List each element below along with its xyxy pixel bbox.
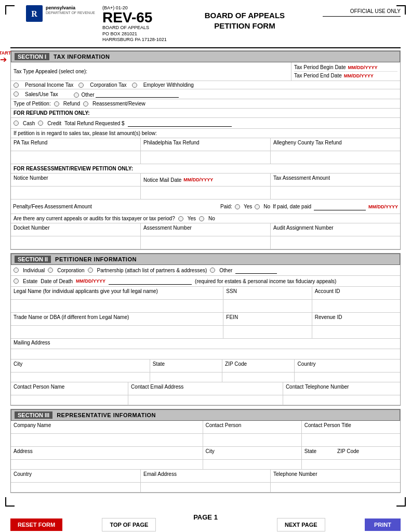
radio-appeals-yes[interactable] — [178, 216, 183, 221]
radio-paid-yes[interactable] — [235, 204, 240, 209]
docket-row-labels: Docket Number Assessment Number Audit As… — [11, 223, 400, 236]
radio-other2[interactable] — [210, 268, 215, 273]
pa-tax-value[interactable] — [11, 151, 141, 164]
contact-phone-val[interactable] — [283, 395, 400, 405]
form-title: BOARD OF APPEALS PETITION FORM — [167, 5, 323, 31]
total-refund-label: Total Refund Requested $ — [64, 121, 125, 126]
s3-contact-person-val[interactable] — [203, 434, 302, 446]
reassessment-label: FOR REASSESSMENT/REVIEW PETITION ONLY: — [14, 166, 133, 171]
other-label: Other — [74, 90, 179, 98]
audit-label: Audit Assignment Number — [271, 223, 400, 236]
print-button[interactable]: PRINT — [365, 518, 401, 531]
city-label: City — [14, 361, 22, 367]
country-val[interactable] — [295, 373, 400, 382]
fein-label: FEIN — [226, 314, 238, 320]
radio-estate[interactable] — [14, 278, 19, 284]
cash-option: Cash — [23, 121, 35, 126]
city-val[interactable] — [11, 373, 150, 382]
country-label: Country — [297, 361, 315, 367]
logo-area: R pennsylvania DEPARTMENT OF REVENUE — [26, 5, 95, 22]
corporation-tax: Corporation Tax — [90, 82, 126, 88]
legal-name-values — [11, 300, 400, 313]
reset-button[interactable]: RESET FORM — [10, 518, 62, 531]
zip-val[interactable] — [222, 373, 295, 382]
contact-person-val[interactable] — [11, 395, 128, 405]
radio-corporation[interactable] — [78, 83, 84, 88]
docket-row-values — [11, 236, 400, 249]
section-3-number: SECTION III — [15, 411, 52, 419]
fein-val[interactable] — [223, 326, 312, 338]
phila-tax-value[interactable] — [141, 151, 271, 164]
allegheny-value[interactable] — [271, 151, 400, 164]
legal-name-val[interactable] — [11, 300, 223, 312]
assessment-val[interactable] — [141, 236, 271, 249]
radio-partnership[interactable] — [88, 268, 93, 273]
ssn-val[interactable] — [223, 300, 312, 312]
form-id-block: (BA+) 01-20 REV-65 BOARD OF APPEALS PO B… — [102, 5, 167, 43]
next-page-button[interactable]: NEXT PAGE — [277, 518, 325, 531]
tax-period-begin-label: Tax Period Begin Date — [294, 64, 346, 70]
radio-appeals-no[interactable] — [199, 216, 204, 221]
radio-other[interactable] — [74, 92, 79, 98]
section-1-outer: SECTION I TAX INFORMATION Tax Type Appea… — [10, 50, 401, 250]
refund-option: Refund — [63, 101, 80, 107]
if-paid-date-field[interactable] — [314, 203, 366, 210]
total-refund-field[interactable] — [128, 119, 232, 127]
account-id-val[interactable] — [312, 300, 400, 312]
s3-address-val[interactable] — [11, 460, 203, 469]
tax-period-end-format: MM/DD/YYYY — [344, 73, 374, 78]
other2-label: Other — [219, 268, 232, 273]
company-name-val[interactable] — [11, 434, 203, 446]
phila-tax-refund-col: Philadelphia Tax Refund — [141, 138, 271, 151]
s3-city-cell: City — [203, 447, 302, 459]
radio-corp[interactable] — [48, 268, 53, 273]
current-appeals-label: Are there any current appeals or audits … — [14, 216, 175, 221]
section-1-title: TAX INFORMATION — [54, 54, 110, 60]
state-val[interactable] — [150, 373, 222, 382]
mailing-address-value[interactable] — [11, 349, 400, 360]
company-row: Company Name Contact Person Contact Pers… — [11, 421, 400, 434]
radio-paid-no[interactable] — [255, 204, 260, 209]
other-field[interactable] — [96, 90, 179, 98]
section-1-content: Tax Type Appealed (select one): Tax Peri… — [11, 62, 400, 249]
date-of-death-field[interactable] — [109, 277, 192, 285]
s3-city-val[interactable] — [203, 460, 302, 469]
city-row: City State ZIP Code Country — [11, 360, 400, 373]
tax-period-begin-format: MM/DD/YYYY — [348, 65, 378, 70]
notice-mail-val[interactable] — [141, 187, 271, 199]
radio-cash[interactable] — [14, 121, 19, 126]
section-2-content: Individual Corporation Partnership (atta… — [11, 265, 400, 405]
notice-number-label: Notice Number — [14, 175, 48, 181]
docket-val[interactable] — [11, 236, 141, 249]
other2-field[interactable] — [235, 267, 277, 274]
paid-no: No — [263, 204, 270, 209]
audit-val[interactable] — [271, 236, 400, 249]
svg-text:R: R — [31, 9, 37, 18]
s3-email-val[interactable] — [141, 483, 271, 492]
contact-email-val[interactable] — [128, 395, 283, 405]
radio-employer[interactable] — [132, 83, 137, 88]
revenue-id-val[interactable] — [312, 326, 400, 338]
radio-sales[interactable] — [14, 91, 19, 97]
s3-state-zip-val[interactable] — [302, 460, 400, 469]
tax-assessment-val[interactable] — [271, 187, 400, 199]
trade-name-val[interactable] — [11, 326, 223, 338]
radio-refund[interactable] — [54, 101, 59, 107]
notice-number-val[interactable] — [11, 187, 141, 199]
form-name1: BOARD OF APPEALS — [102, 25, 149, 30]
notice-mail-date-cell: Notice Mail Date MM/DD/YYYY — [141, 174, 271, 186]
header-divider — [10, 47, 401, 48]
logo-text: pennsylvania DEPARTMENT OF REVENUE — [46, 5, 95, 15]
radio-personal[interactable] — [14, 83, 19, 88]
contact-person-cell: Contact Person Name — [11, 382, 128, 395]
s3-contact-title-val[interactable] — [302, 434, 400, 446]
top-of-page-button[interactable]: TOP OF PAGE — [102, 518, 156, 531]
estate-row: Estate Date of Death MM/DD/YYYY (require… — [11, 276, 400, 287]
radio-reassessment[interactable] — [83, 101, 88, 107]
radio-individual[interactable] — [14, 268, 19, 273]
contact-email-label: Contact Email Address — [131, 384, 183, 390]
radio-credit[interactable] — [38, 121, 43, 126]
personal-income-tax: Personal Income Tax — [25, 82, 73, 88]
s3-phone-val[interactable] — [271, 483, 400, 492]
s3-country-val[interactable] — [11, 483, 141, 492]
